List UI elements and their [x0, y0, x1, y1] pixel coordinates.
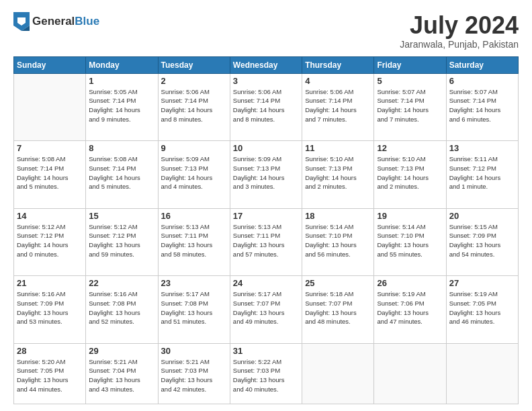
- table-row: [374, 343, 446, 404]
- date-number: 7: [17, 143, 83, 153]
- date-number: 27: [449, 278, 515, 288]
- cell-info: Sunrise: 5:12 AMSunset: 7:12 PMDaylight:…: [17, 222, 83, 259]
- table-row: 16Sunrise: 5:13 AMSunset: 7:11 PMDayligh…: [158, 208, 230, 276]
- table-row: 26Sunrise: 5:19 AMSunset: 7:06 PMDayligh…: [374, 276, 446, 344]
- date-number: 16: [161, 211, 227, 221]
- date-number: 12: [377, 143, 443, 153]
- date-number: 25: [305, 278, 371, 288]
- table-row: 25Sunrise: 5:18 AMSunset: 7:07 PMDayligh…: [302, 276, 374, 344]
- cell-info: Sunrise: 5:20 AMSunset: 7:05 PMDaylight:…: [17, 357, 83, 394]
- date-number: 31: [233, 346, 299, 356]
- table-row: 2Sunrise: 5:06 AMSunset: 7:14 PMDaylight…: [158, 73, 230, 141]
- table-row: 30Sunrise: 5:21 AMSunset: 7:03 PMDayligh…: [158, 343, 230, 404]
- cell-info: Sunrise: 5:06 AMSunset: 7:14 PMDaylight:…: [161, 87, 227, 124]
- page: General Blue July 2024 Jaranwala, Punjab…: [0, 0, 532, 411]
- cell-info: Sunrise: 5:13 AMSunset: 7:11 PMDaylight:…: [161, 222, 227, 259]
- table-row: [14, 73, 86, 141]
- col-wednesday: Wednesday: [230, 56, 302, 73]
- logo: General Blue: [13, 12, 99, 31]
- calendar-header-row: Sunday Monday Tuesday Wednesday Thursday…: [14, 56, 519, 73]
- cell-info: Sunrise: 5:10 AMSunset: 7:13 PMDaylight:…: [305, 154, 371, 191]
- title-area: July 2024 Jaranwala, Punjab, Pakistan: [400, 12, 519, 50]
- cell-info: Sunrise: 5:07 AMSunset: 7:14 PMDaylight:…: [377, 87, 443, 124]
- date-number: 4: [305, 76, 371, 86]
- table-row: 11Sunrise: 5:10 AMSunset: 7:13 PMDayligh…: [302, 141, 374, 209]
- date-number: 29: [89, 346, 154, 356]
- col-friday: Friday: [374, 56, 446, 73]
- date-number: 11: [305, 143, 371, 153]
- date-number: 30: [161, 346, 227, 356]
- date-number: 19: [377, 211, 443, 221]
- cell-info: Sunrise: 5:21 AMSunset: 7:03 PMDaylight:…: [161, 357, 227, 394]
- cell-info: Sunrise: 5:09 AMSunset: 7:13 PMDaylight:…: [161, 154, 227, 191]
- table-row: 31Sunrise: 5:22 AMSunset: 7:03 PMDayligh…: [230, 343, 302, 404]
- date-number: 21: [17, 278, 83, 288]
- table-row: 29Sunrise: 5:21 AMSunset: 7:04 PMDayligh…: [86, 343, 158, 404]
- logo-icon: [13, 12, 30, 31]
- cell-info: Sunrise: 5:11 AMSunset: 7:12 PMDaylight:…: [449, 154, 515, 191]
- cell-info: Sunrise: 5:18 AMSunset: 7:07 PMDaylight:…: [305, 289, 371, 326]
- date-number: 17: [233, 211, 299, 221]
- date-number: 24: [233, 278, 299, 288]
- table-row: 6Sunrise: 5:07 AMSunset: 7:14 PMDaylight…: [446, 73, 518, 141]
- date-number: 26: [377, 278, 443, 288]
- table-row: 28Sunrise: 5:20 AMSunset: 7:05 PMDayligh…: [14, 343, 86, 404]
- cell-info: Sunrise: 5:09 AMSunset: 7:13 PMDaylight:…: [233, 154, 299, 191]
- table-row: 8Sunrise: 5:08 AMSunset: 7:14 PMDaylight…: [86, 141, 158, 209]
- date-number: 20: [449, 211, 515, 221]
- date-number: 28: [17, 346, 83, 356]
- date-number: 15: [89, 211, 154, 221]
- col-tuesday: Tuesday: [158, 56, 230, 73]
- table-row: 13Sunrise: 5:11 AMSunset: 7:12 PMDayligh…: [446, 141, 518, 209]
- table-row: 9Sunrise: 5:09 AMSunset: 7:13 PMDaylight…: [158, 141, 230, 209]
- date-number: 9: [161, 143, 227, 153]
- col-sunday: Sunday: [14, 56, 86, 73]
- cell-info: Sunrise: 5:06 AMSunset: 7:14 PMDaylight:…: [305, 87, 371, 124]
- table-row: 22Sunrise: 5:16 AMSunset: 7:08 PMDayligh…: [86, 276, 158, 344]
- table-row: 5Sunrise: 5:07 AMSunset: 7:14 PMDaylight…: [374, 73, 446, 141]
- cell-info: Sunrise: 5:16 AMSunset: 7:08 PMDaylight:…: [89, 289, 154, 326]
- cell-info: Sunrise: 5:19 AMSunset: 7:05 PMDaylight:…: [449, 289, 515, 326]
- date-number: 22: [89, 278, 154, 288]
- cell-info: Sunrise: 5:21 AMSunset: 7:04 PMDaylight:…: [89, 357, 154, 394]
- cell-info: Sunrise: 5:08 AMSunset: 7:14 PMDaylight:…: [89, 154, 154, 191]
- location: Jaranwala, Punjab, Pakistan: [400, 39, 519, 50]
- date-number: 10: [233, 143, 299, 153]
- date-number: 14: [17, 211, 83, 221]
- table-row: [302, 343, 374, 404]
- table-row: [446, 343, 518, 404]
- table-row: 3Sunrise: 5:06 AMSunset: 7:14 PMDaylight…: [230, 73, 302, 141]
- cell-info: Sunrise: 5:06 AMSunset: 7:14 PMDaylight:…: [233, 87, 299, 124]
- table-row: 4Sunrise: 5:06 AMSunset: 7:14 PMDaylight…: [302, 73, 374, 141]
- cell-info: Sunrise: 5:15 AMSunset: 7:09 PMDaylight:…: [449, 222, 515, 259]
- table-row: 1Sunrise: 5:05 AMSunset: 7:14 PMDaylight…: [86, 73, 158, 141]
- col-saturday: Saturday: [446, 56, 518, 73]
- table-row: 10Sunrise: 5:09 AMSunset: 7:13 PMDayligh…: [230, 141, 302, 209]
- cell-info: Sunrise: 5:13 AMSunset: 7:11 PMDaylight:…: [233, 222, 299, 259]
- table-row: 27Sunrise: 5:19 AMSunset: 7:05 PMDayligh…: [446, 276, 518, 344]
- cell-info: Sunrise: 5:16 AMSunset: 7:09 PMDaylight:…: [17, 289, 83, 326]
- logo-blue: Blue: [75, 15, 99, 28]
- cell-info: Sunrise: 5:17 AMSunset: 7:08 PMDaylight:…: [161, 289, 227, 326]
- cell-info: Sunrise: 5:17 AMSunset: 7:07 PMDaylight:…: [233, 289, 299, 326]
- cell-info: Sunrise: 5:22 AMSunset: 7:03 PMDaylight:…: [233, 357, 299, 394]
- cell-info: Sunrise: 5:12 AMSunset: 7:12 PMDaylight:…: [89, 222, 154, 259]
- cell-info: Sunrise: 5:08 AMSunset: 7:14 PMDaylight:…: [17, 154, 83, 191]
- date-number: 5: [377, 76, 443, 86]
- date-number: 3: [233, 76, 299, 86]
- col-monday: Monday: [86, 56, 158, 73]
- header: General Blue July 2024 Jaranwala, Punjab…: [13, 12, 519, 50]
- logo-text: General Blue: [32, 15, 99, 28]
- table-row: 19Sunrise: 5:14 AMSunset: 7:10 PMDayligh…: [374, 208, 446, 276]
- table-row: 7Sunrise: 5:08 AMSunset: 7:14 PMDaylight…: [14, 141, 86, 209]
- table-row: 18Sunrise: 5:14 AMSunset: 7:10 PMDayligh…: [302, 208, 374, 276]
- date-number: 8: [89, 143, 154, 153]
- cell-info: Sunrise: 5:05 AMSunset: 7:14 PMDaylight:…: [89, 87, 154, 124]
- logo-general: General: [32, 15, 75, 28]
- calendar-table: Sunday Monday Tuesday Wednesday Thursday…: [13, 56, 519, 404]
- table-row: 14Sunrise: 5:12 AMSunset: 7:12 PMDayligh…: [14, 208, 86, 276]
- table-row: 12Sunrise: 5:10 AMSunset: 7:13 PMDayligh…: [374, 141, 446, 209]
- table-row: 20Sunrise: 5:15 AMSunset: 7:09 PMDayligh…: [446, 208, 518, 276]
- table-row: 15Sunrise: 5:12 AMSunset: 7:12 PMDayligh…: [86, 208, 158, 276]
- month-title: July 2024: [400, 12, 519, 39]
